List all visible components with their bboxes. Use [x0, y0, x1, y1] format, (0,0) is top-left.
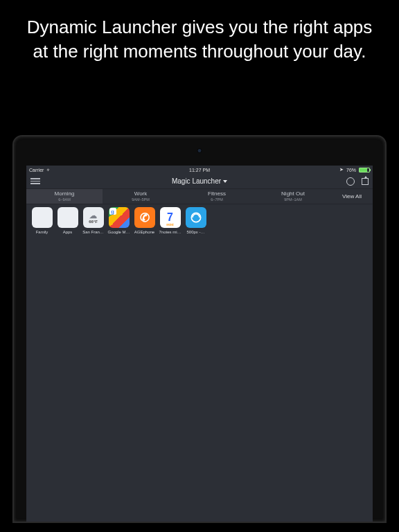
device-screen: Carrier ᯤ 11:27 PM ➤ 76% Magic Launcher — [26, 166, 373, 522]
app-500px[interactable]: 500px -… — [184, 207, 207, 234]
agephone-icon: ✆ — [134, 207, 155, 228]
view-all-button[interactable]: View All — [331, 189, 373, 204]
app-weather[interactable]: ☁ 66°F San Fran… — [82, 207, 105, 234]
app-promo-page: Dynamic Launcher gives you the right app… — [0, 0, 399, 532]
tab-fitness[interactable]: Fitness 6–7PM — [179, 189, 255, 204]
tab-sub: 9PM–1AM — [284, 197, 302, 202]
app-row: Family Apps ☁ 66°F San Fran… g — [26, 204, 373, 234]
app-agephone[interactable]: ✆ AGEphone — [133, 207, 156, 234]
clock-label: 11:27 PM — [189, 168, 210, 172]
battery-pct: 76% — [346, 168, 356, 172]
app-label: San Fran… — [82, 230, 105, 234]
folder-icon — [57, 207, 78, 228]
cloud-icon: ☁ — [89, 211, 97, 220]
app-label: Apps — [56, 230, 79, 234]
tab-work[interactable]: Work 9AM–5PM — [103, 189, 179, 204]
app-google-maps[interactable]: g Google M… — [107, 207, 130, 234]
tab-sub: 6–7PM — [211, 197, 222, 202]
app-label: Google M… — [107, 230, 130, 234]
app-label: Family — [30, 230, 53, 234]
weather-icon: ☁ 66°F — [83, 207, 104, 228]
tab-label: Morning — [55, 191, 75, 197]
tab-night-out[interactable]: Night Out 9PM–1AM — [255, 189, 331, 204]
headline-text: Dynamic Launcher gives you the right app… — [0, 0, 399, 64]
temp-label: 66°F — [89, 220, 98, 224]
device-frame: Carrier ᯤ 11:27 PM ➤ 76% Magic Launcher — [12, 135, 387, 523]
share-icon[interactable] — [362, 178, 369, 185]
tab-label: Night Out — [281, 191, 305, 197]
wifi-icon: ᯤ — [46, 168, 51, 172]
tab-sub: 9AM–5PM — [132, 197, 150, 202]
app-label: 500px -… — [184, 230, 207, 234]
folder-icon — [32, 207, 53, 228]
battery-icon — [359, 168, 370, 172]
7notes-icon: 7mini — [160, 207, 181, 228]
app-label: 7notes mi… — [159, 230, 181, 234]
tab-label: Fitness — [208, 191, 226, 197]
dropdown-caret-icon — [223, 180, 227, 183]
menu-button[interactable] — [30, 178, 40, 184]
carrier-label: Carrier — [29, 168, 44, 172]
device-camera-dot — [197, 148, 202, 153]
context-tabs: Morning 6–9AM Work 9AM–5PM Fitness 6–7PM… — [26, 189, 373, 204]
tab-sub: 6–9AM — [58, 197, 70, 202]
location-icon: ➤ — [339, 167, 344, 172]
app-label: AGEphone — [133, 230, 156, 234]
app-folder-family[interactable]: Family — [30, 207, 53, 234]
app-folder-apps[interactable]: Apps — [56, 207, 79, 234]
status-bar: Carrier ᯤ 11:27 PM ➤ 76% — [26, 166, 373, 174]
face-icon[interactable] — [346, 177, 355, 186]
500px-icon — [186, 207, 206, 228]
google-maps-icon: g — [109, 207, 130, 228]
nav-title-button[interactable]: Magic Launcher — [172, 177, 227, 185]
nav-bar: Magic Launcher — [26, 174, 373, 189]
tab-morning[interactable]: Morning 6–9AM — [26, 189, 103, 204]
app-7notes[interactable]: 7mini 7notes mi… — [159, 207, 181, 234]
tab-label: Work — [134, 191, 148, 197]
nav-title-label: Magic Launcher — [172, 177, 221, 185]
